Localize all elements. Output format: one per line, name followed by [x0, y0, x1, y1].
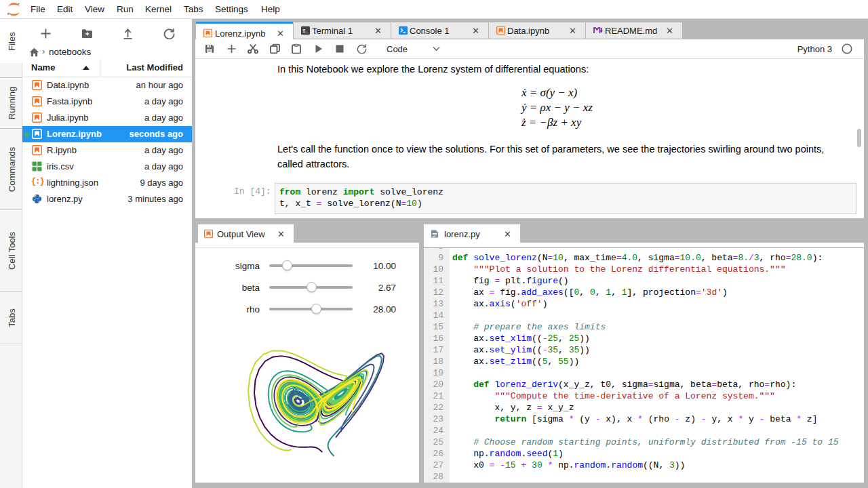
svg-text:$_: $_	[302, 28, 309, 34]
